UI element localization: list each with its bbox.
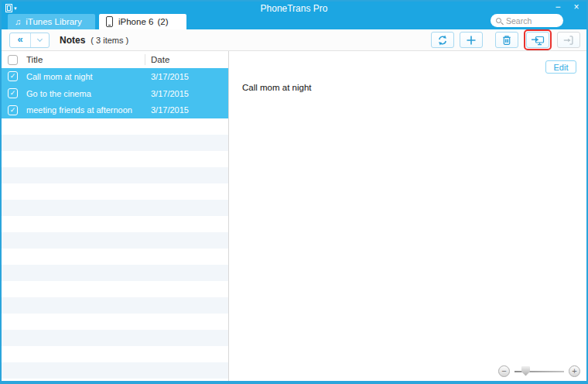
export-highlight-outline: [524, 29, 552, 50]
column-header-date: Date: [151, 55, 169, 64]
main-content: Title Date ✓ Call mom at night 3/17/2015…: [2, 51, 586, 381]
tab-count-badge: (2): [157, 17, 168, 26]
app-window: ▾ PhoneTrans Pro − × ♫ iTunes Library iP…: [0, 0, 588, 384]
music-note-icon: ♫: [15, 18, 21, 26]
zoom-slider: − +: [498, 365, 580, 377]
note-date: 3/17/2015: [151, 105, 189, 115]
export-file-icon: [562, 34, 575, 46]
phone-icon: [106, 16, 113, 27]
tab-itunes-library[interactable]: ♫ iTunes Library: [8, 14, 95, 29]
tab-iphone-6[interactable]: iPhone 6 (2): [99, 14, 186, 29]
window-controls: − ×: [552, 2, 582, 14]
zoom-slider-track[interactable]: [514, 371, 564, 372]
export-to-device-button[interactable]: [526, 32, 549, 48]
note-title: meeting friends at afternoon: [26, 105, 132, 115]
tab-bar: ♫ iTunes Library iPhone 6 (2): [8, 14, 186, 29]
tab-label: iPhone 6: [118, 17, 153, 26]
export-to-device-icon: [531, 34, 545, 46]
note-title: Call mom at night: [26, 72, 93, 81]
row-checkbox[interactable]: ✓: [8, 105, 18, 115]
search-icon: [496, 18, 501, 23]
notes-list-pane: Title Date ✓ Call mom at night 3/17/2015…: [2, 51, 229, 381]
back-button[interactable]: «: [10, 33, 30, 47]
note-title: Go to the cinema: [26, 89, 91, 98]
window-title: PhoneTrans Pro: [2, 3, 586, 14]
double-chevron-left-icon: «: [17, 33, 22, 45]
table-row[interactable]: ✓ Go to the cinema 3/17/2015: [2, 85, 228, 102]
tab-label: iTunes Library: [26, 17, 81, 26]
table-row[interactable]: ✓ Call mom at night 3/17/2015: [2, 68, 228, 85]
minimize-button[interactable]: −: [552, 2, 563, 14]
note-body-text: Call mom at night: [242, 83, 311, 92]
search-input[interactable]: [506, 16, 558, 26]
note-detail-pane: Edit Call mom at night − +: [229, 51, 586, 381]
column-header-title: Title: [26, 55, 43, 64]
chevron-down-icon: [37, 36, 43, 41]
plus-icon: [465, 34, 477, 46]
refresh-button[interactable]: [431, 32, 454, 48]
zoom-in-button[interactable]: +: [569, 365, 580, 377]
export-button[interactable]: [557, 32, 580, 48]
close-button[interactable]: ×: [571, 2, 582, 14]
zoom-slider-thumb[interactable]: [521, 366, 530, 376]
note-date: 3/17/2015: [151, 89, 189, 98]
table-header: Title Date: [2, 51, 228, 68]
zoom-out-button[interactable]: −: [498, 365, 510, 377]
row-checkbox[interactable]: ✓: [8, 88, 18, 98]
edit-button[interactable]: Edit: [545, 60, 576, 74]
section-title: Notes: [60, 35, 85, 46]
select-all-checkbox[interactable]: [8, 55, 18, 65]
trash-icon: [501, 34, 513, 46]
nav-segmented-control: «: [9, 33, 50, 48]
row-checkbox[interactable]: ✓: [8, 71, 18, 81]
toolbar: « Notes ( 3 items ): [2, 29, 586, 51]
search-box: [491, 14, 563, 27]
delete-button[interactable]: [495, 32, 518, 48]
table-row[interactable]: ✓ meeting friends at afternoon 3/17/2015: [2, 102, 228, 119]
titlebar: ▾ PhoneTrans Pro − × ♫ iTunes Library iP…: [2, 2, 586, 29]
toolbar-actions: [431, 29, 580, 50]
item-count: ( 3 items ): [91, 36, 128, 45]
selected-rows: ✓ Call mom at night 3/17/2015 ✓ Go to th…: [2, 68, 228, 118]
add-note-button[interactable]: [460, 32, 483, 48]
note-date: 3/17/2015: [151, 72, 189, 81]
refresh-icon: [436, 34, 449, 46]
empty-rows-area: [2, 118, 228, 381]
category-dropdown-button[interactable]: [30, 33, 49, 47]
